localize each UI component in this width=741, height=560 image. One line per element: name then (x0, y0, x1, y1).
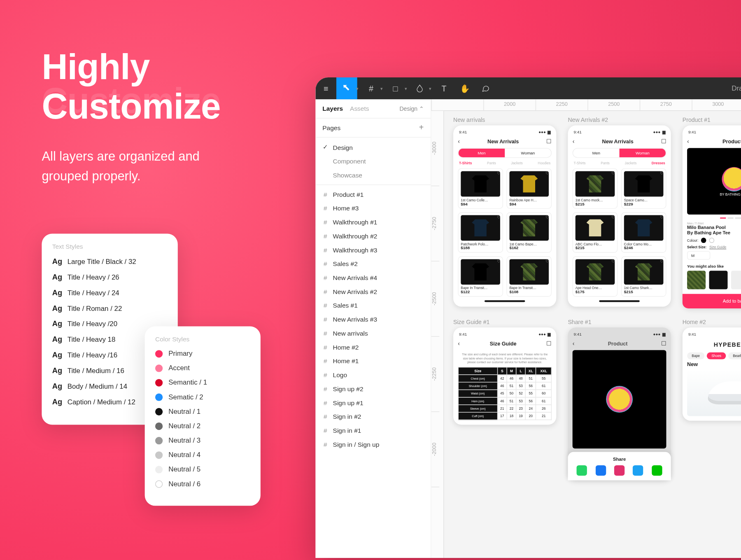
frame-item[interactable]: Logo (315, 368, 431, 382)
back-icon[interactable]: ‹ (458, 138, 460, 145)
frame-item[interactable]: Walkthrough #2 (315, 229, 431, 243)
color-style-row[interactable]: Neutral / 4 (155, 451, 250, 459)
facebook-icon[interactable] (595, 465, 606, 476)
heart-icon[interactable]: ♡ (611, 259, 615, 264)
frame-item[interactable]: Walkthrough #3 (315, 243, 431, 257)
instagram-icon[interactable] (614, 465, 624, 476)
product-card[interactable]: ♡ 1st Camo Shark…$215 (621, 256, 666, 296)
add-to-bag-button[interactable]: Add to bag (683, 294, 741, 308)
heart-icon[interactable]: ♡ (611, 171, 615, 176)
text-style-row[interactable]: AgTitle / Heavy / 26 (52, 273, 168, 281)
product-card[interactable]: ♡ Patchwork Polo…$188 (458, 212, 503, 252)
chevron-down-icon[interactable]: ▾ (402, 86, 409, 91)
frame-item[interactable]: Sign in #2 (315, 410, 431, 424)
product-card[interactable]: ♡ Bape In Transit…$108 (506, 256, 552, 296)
product-card[interactable]: ♡ Bape In Transit…$122 (458, 256, 503, 296)
share-sheet: Share (568, 452, 671, 481)
tab-layers[interactable]: Layers (322, 105, 343, 112)
bag-icon[interactable]: ☐ (546, 138, 552, 145)
breadcrumb[interactable]: Drafts / Untitled ⌄ (732, 84, 741, 93)
frame-item[interactable]: Sign up #2 (315, 382, 431, 396)
text-style-row[interactable]: AgTitle / Heavy / 24 (52, 288, 168, 297)
whatsapp-icon[interactable] (577, 465, 587, 476)
frame-item[interactable]: Sales #1 (315, 299, 431, 313)
text-style-row[interactable]: AgTitle / Heavy /20 (52, 320, 168, 328)
product-card[interactable]: ♡ Rainbow Ape H…$94 (506, 168, 552, 209)
frame-item[interactable]: Home #3 (315, 201, 431, 215)
page-item[interactable]: ✓Design (315, 140, 431, 154)
color-style-row[interactable]: Primary (155, 350, 250, 358)
frame-item[interactable]: Sign in / Sign up (315, 437, 431, 451)
size-select[interactable]: M (687, 251, 710, 260)
pages-label: Pages (322, 124, 340, 131)
heart-icon[interactable]: ♡ (660, 259, 663, 264)
heart-icon[interactable]: ♡ (660, 171, 663, 176)
category-chips[interactable]: BapeShoesBearbri (687, 352, 741, 359)
color-style-row[interactable]: Neutral / 1 (155, 407, 250, 415)
product-card[interactable]: ♡ 1st Camo mock…$215 (573, 168, 618, 209)
frame-item[interactable]: Sign in #1 (315, 424, 431, 438)
color-style-row[interactable]: Semantic / 1 (155, 378, 250, 387)
frame-item[interactable]: New Arrivals #4 (315, 271, 431, 285)
line-icon[interactable] (652, 465, 662, 476)
frame-product-1[interactable]: Product #1 9:41●●●▆ ‹Product☐ BY BATHING… (683, 117, 741, 309)
color-style-row[interactable]: Sematic / 2 (155, 393, 250, 401)
text-style-row[interactable]: AgTitle / Roman / 22 (52, 304, 168, 313)
frame-item[interactable]: New Arrivals #2 (315, 285, 431, 299)
chevron-down-icon[interactable]: ▾ (378, 86, 385, 91)
menu-icon[interactable]: ≡ (315, 77, 336, 99)
product-card[interactable]: ♡ Color Camo Mo…$246 (621, 212, 666, 252)
canvas[interactable]: 200022502500275030003250 -3000-2750-2500… (431, 99, 741, 558)
product-card[interactable]: ♡ 1st Camo Bape…$162 (506, 212, 552, 252)
heart-icon[interactable]: ♡ (545, 259, 549, 264)
frame-item[interactable]: Product #1 (315, 187, 431, 201)
frame-item[interactable]: New Arrivals #3 (315, 313, 431, 327)
chevron-down-icon[interactable]: ▾ (426, 86, 433, 91)
heart-icon[interactable]: ♡ (497, 171, 500, 176)
frame-new-arrivals-2[interactable]: New Arrivals #2 9:41●●●▆ ‹New Arrivals☐ … (568, 117, 671, 309)
heart-icon[interactable]: ♡ (660, 215, 663, 220)
color-style-row[interactable]: Neutral / 6 (155, 480, 250, 488)
heart-icon[interactable]: ♡ (545, 215, 549, 220)
product-card[interactable]: ♡ ABC Camo Flo…$215 (573, 212, 618, 252)
color-styles-card: Color Styles PrimaryAccentSemantic / 1Se… (145, 326, 261, 506)
heart-icon[interactable]: ♡ (545, 171, 549, 176)
comment-tool-icon[interactable] (475, 77, 496, 99)
page-item[interactable]: Component (315, 154, 431, 168)
text-tool-icon[interactable]: T (433, 77, 454, 99)
ruler-vertical: -3000-2750-2500-2250-2000 (431, 111, 444, 558)
frame-item[interactable]: Home #1 (315, 354, 431, 368)
frame-item[interactable]: Walkthrough #1 (315, 215, 431, 229)
product-card[interactable]: ♡ 1st Camo Colle…$94 (458, 168, 503, 209)
heart-icon[interactable]: ♡ (611, 215, 615, 220)
product-card[interactable]: ♡ Ape Head One…$175 (573, 256, 618, 296)
twitter-icon[interactable] (633, 465, 643, 476)
frame-size-guide[interactable]: Size Guide #1 9:41●●●▆ ‹Size Guide☐ The … (453, 319, 556, 481)
chevron-down-icon[interactable]: ▾ (354, 86, 361, 91)
frame-item[interactable]: Sales #2 (315, 257, 431, 271)
product-card[interactable]: ♡ Space Camo…$229 (621, 168, 666, 209)
heart-icon[interactable]: ♡ (497, 215, 500, 220)
frame-new-arrivals[interactable]: New arrivals 9:41●●●▆ ‹New Arrivals☐ Men… (453, 117, 556, 309)
headline-text: HighlyCustomize (42, 47, 220, 126)
color-style-row[interactable]: Neutral / 2 (155, 422, 250, 430)
ruler-horizontal: 200022502500275030003250 (431, 99, 741, 111)
frame-share[interactable]: Share #1 9:41●●●▆ ‹Product☐ Share (568, 319, 671, 481)
page-item[interactable]: Showcase (315, 168, 431, 182)
color-style-row[interactable]: Neutral / 3 (155, 436, 250, 445)
frame-item[interactable]: Home #2 (315, 340, 431, 354)
card-title: Text Styles (52, 243, 168, 250)
frame-home-2[interactable]: Home #2 9:41●●●▆ HYPEBEAST BapeShoesBear… (683, 319, 741, 481)
add-page-icon[interactable]: + (419, 124, 424, 131)
tab-assets[interactable]: Assets (350, 105, 369, 112)
product-hero: BY BATHING APE (687, 148, 741, 215)
hand-tool-icon[interactable]: ✋ (454, 77, 475, 99)
gender-toggle[interactable]: MenWoman (458, 148, 552, 158)
frame-item[interactable]: Sign up #1 (315, 396, 431, 410)
color-style-row[interactable]: Neutral / 5 (155, 465, 250, 474)
color-style-row[interactable]: Accent (155, 364, 250, 372)
frame-item[interactable]: New arrivals (315, 326, 431, 340)
text-style-row[interactable]: AgLarge Title / Black / 32 (52, 257, 168, 266)
heart-icon[interactable]: ♡ (497, 259, 500, 264)
page-selector[interactable]: Design ⌃ (399, 105, 424, 112)
